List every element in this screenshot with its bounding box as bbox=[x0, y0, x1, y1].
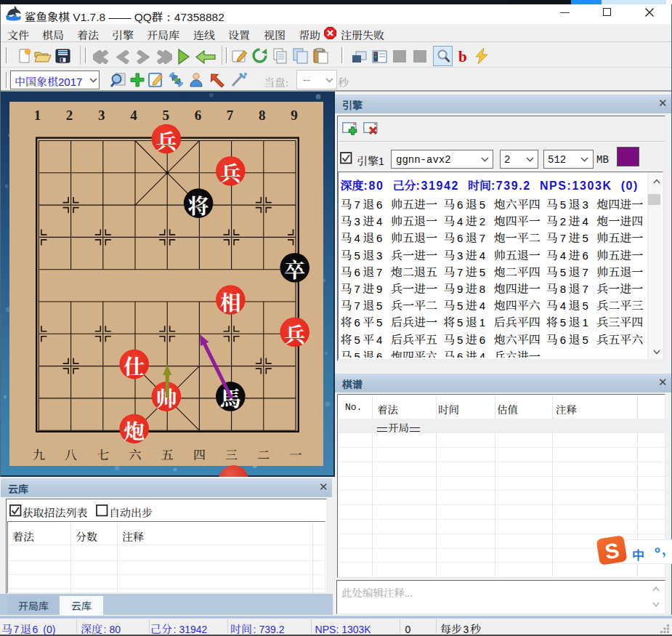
svg-text:七: 七 bbox=[97, 445, 109, 463]
svg-text:一: 一 bbox=[290, 445, 302, 463]
svg-text:将: 将 bbox=[188, 190, 209, 220]
svg-text:相: 相 bbox=[220, 286, 241, 316]
svg-text:兵: 兵 bbox=[155, 125, 177, 155]
svg-text:三: 三 bbox=[225, 445, 238, 463]
svg-text:四: 四 bbox=[193, 445, 206, 463]
svg-text:7: 7 bbox=[227, 108, 234, 123]
svg-text:兵: 兵 bbox=[220, 157, 242, 187]
svg-text:八: 八 bbox=[65, 445, 77, 463]
svg-text:9: 9 bbox=[291, 108, 298, 123]
svg-text:炮: 炮 bbox=[123, 415, 145, 445]
svg-text:6: 6 bbox=[195, 108, 202, 123]
svg-text:二: 二 bbox=[257, 445, 270, 463]
svg-text:六: 六 bbox=[129, 445, 142, 463]
svg-text:5: 5 bbox=[162, 108, 169, 123]
svg-text:4: 4 bbox=[130, 108, 137, 123]
svg-text:2: 2 bbox=[66, 108, 73, 123]
svg-text:3: 3 bbox=[98, 108, 105, 123]
svg-text:1: 1 bbox=[34, 108, 41, 123]
svg-text:仕: 仕 bbox=[124, 350, 145, 380]
svg-text:九: 九 bbox=[33, 445, 45, 463]
svg-text:8: 8 bbox=[259, 108, 266, 123]
svg-text:兵: 兵 bbox=[284, 318, 306, 348]
svg-text:五: 五 bbox=[161, 445, 174, 463]
svg-text:卒: 卒 bbox=[284, 254, 305, 283]
